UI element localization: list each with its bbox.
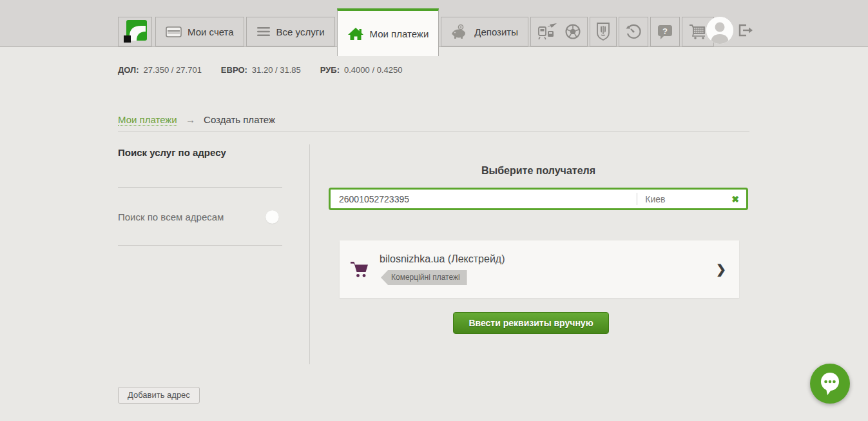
globe-icon bbox=[564, 23, 581, 40]
rate-value: 0.4000 / 0.4250 bbox=[344, 65, 402, 75]
tab-deposits[interactable]: Депозиты bbox=[441, 17, 528, 46]
page-title: Выберите получателя bbox=[329, 165, 748, 177]
history-clock-icon bbox=[625, 23, 642, 40]
clear-search-icon[interactable]: ✖ bbox=[724, 194, 746, 204]
result-title: bilosnizhka.ua (Лекстрейд) bbox=[380, 253, 716, 265]
privatbank-logo-icon bbox=[122, 19, 148, 44]
nav-tabs: Мои счета Все услуги Мои платежи bbox=[118, 8, 716, 46]
city-input[interactable] bbox=[637, 190, 724, 208]
tab-government-services[interactable] bbox=[590, 17, 617, 46]
rate-rub: РУБ:0.4000 / 0.4250 bbox=[320, 65, 403, 75]
breadcrumb: Мои платежи → Создать платеж bbox=[118, 114, 275, 125]
result-category-tag: Комерційні платежі bbox=[381, 270, 467, 285]
svg-text:?: ? bbox=[662, 26, 668, 36]
tab-my-accounts[interactable]: Мои счета bbox=[155, 17, 244, 46]
tab-label: Депозиты bbox=[474, 26, 518, 37]
sidebar-heading: Поиск услуг по адресу bbox=[118, 147, 226, 158]
rate-value: 27.350 / 27.701 bbox=[144, 65, 202, 75]
search-result-item[interactable]: bilosnizhka.ua (Лекстрейд) Комерційні пл… bbox=[340, 240, 739, 298]
rate-eur: ЕВРО:31.20 / 31.85 bbox=[221, 65, 301, 75]
rate-label: ДОЛ: bbox=[118, 65, 139, 75]
content-vertical-divider bbox=[309, 144, 310, 364]
user-avatar[interactable] bbox=[706, 17, 733, 44]
sidebar-divider bbox=[118, 187, 282, 188]
privatbank-logo[interactable] bbox=[118, 17, 152, 46]
logout-icon[interactable] bbox=[736, 21, 754, 39]
bank-card-icon bbox=[166, 26, 182, 38]
tab-label: Мои счета bbox=[188, 26, 234, 37]
chat-bubble-icon bbox=[817, 370, 843, 397]
sidebar-divider bbox=[118, 245, 282, 246]
tab-label: Мои платежи bbox=[370, 28, 429, 39]
search-query-input[interactable] bbox=[331, 190, 637, 208]
result-text: bilosnizhka.ua (Лекстрейд) Комерційні пл… bbox=[380, 253, 716, 285]
currency-rates: ДОЛ:27.350 / 27.701 ЕВРО:31.20 / 31.85 Р… bbox=[118, 65, 402, 75]
rate-label: РУБ: bbox=[320, 65, 340, 75]
search-all-addresses-row: Поиск по всем адресам bbox=[118, 210, 279, 224]
person-silhouette-icon bbox=[706, 17, 733, 44]
chat-button[interactable] bbox=[810, 364, 850, 404]
tab-history[interactable] bbox=[619, 17, 648, 46]
tab-label: Все услуги bbox=[276, 26, 325, 37]
rate-value: 31.20 / 31.85 bbox=[252, 65, 301, 75]
transport-tickets-icon bbox=[537, 23, 559, 41]
breadcrumb-arrow: → bbox=[186, 114, 195, 125]
chevron-right-icon[interactable]: ❯ bbox=[716, 262, 726, 277]
top-navigation-bar: Мои счета Все услуги Мои платежи bbox=[0, 0, 868, 47]
recipient-search-box: ✖ bbox=[329, 188, 748, 210]
rate-usd: ДОЛ:27.350 / 27.701 bbox=[118, 65, 202, 75]
tab-help[interactable]: ? bbox=[650, 17, 680, 46]
user-area bbox=[706, 17, 754, 44]
breadcrumb-divider bbox=[118, 131, 749, 132]
piggy-bank-icon bbox=[451, 24, 468, 39]
tab-all-services[interactable]: Все услуги bbox=[246, 17, 335, 46]
menu-lines-icon bbox=[256, 26, 271, 37]
search-all-addresses-label: Поиск по всем адресам bbox=[118, 211, 224, 222]
breadcrumb-current: Создать платеж bbox=[204, 114, 275, 125]
rate-label: ЕВРО: bbox=[221, 65, 247, 75]
help-bubble-icon: ? bbox=[657, 23, 673, 40]
home-icon bbox=[347, 26, 364, 41]
tab-travel[interactable] bbox=[530, 17, 588, 46]
enter-details-manually-button[interactable]: Ввести реквизиты вручную bbox=[453, 312, 609, 334]
search-all-addresses-toggle[interactable] bbox=[265, 210, 279, 224]
commerce-cart-icon bbox=[350, 260, 371, 279]
shopping-cart-icon bbox=[688, 23, 708, 40]
tab-my-payments[interactable]: Мои платежи bbox=[337, 8, 439, 56]
add-address-button[interactable]: Добавить адрес bbox=[118, 387, 200, 404]
ukraine-trident-icon bbox=[596, 23, 610, 41]
breadcrumb-link-my-payments[interactable]: Мои платежи bbox=[118, 114, 177, 126]
